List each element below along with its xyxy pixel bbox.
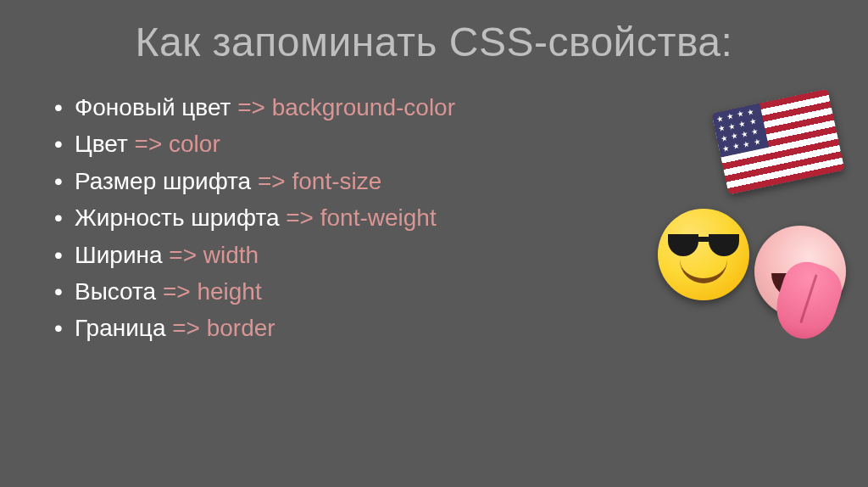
ru-term: Жирность шрифта: [75, 204, 279, 231]
ru-term: Фоновый цвет: [75, 94, 231, 120]
arrow-icon: =>: [169, 242, 197, 268]
css-property: color: [169, 131, 220, 157]
us-flag-icon: [711, 89, 844, 195]
slide: Как запоминать CSS-свойства: Фоновый цве…: [0, 0, 868, 487]
tongue-face-icon: [754, 226, 846, 317]
arrow-icon: =>: [237, 94, 265, 120]
css-property: width: [203, 242, 259, 268]
ru-term: Размер шрифта: [75, 168, 251, 194]
arrow-icon: =>: [163, 278, 191, 305]
css-property: font-size: [292, 168, 381, 194]
arrow-icon: =>: [286, 204, 314, 231]
css-property: font-weight: [320, 204, 437, 231]
sunglasses-smiley-icon: [658, 209, 749, 300]
css-property: height: [197, 278, 261, 305]
arrow-icon: =>: [172, 315, 200, 341]
css-property: background-color: [272, 94, 455, 120]
css-property: border: [207, 315, 275, 341]
ru-term: Высота: [75, 278, 156, 305]
arrow-icon: =>: [135, 131, 163, 157]
ru-term: Ширина: [75, 242, 163, 268]
ru-term: Цвет: [75, 131, 128, 157]
ru-term: Граница: [75, 315, 165, 341]
arrow-icon: =>: [258, 168, 286, 194]
slide-title: Как запоминать CSS-свойства:: [44, 19, 824, 65]
emoji-cluster: [651, 100, 837, 321]
